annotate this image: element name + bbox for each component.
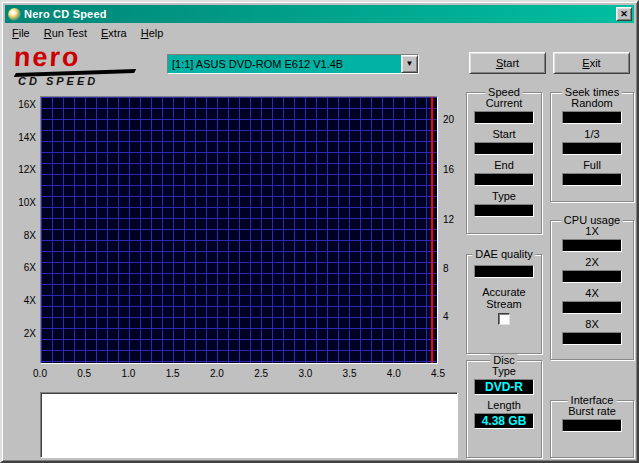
speed-end-display [474, 173, 534, 186]
speed-chart: 16X 14X 12X 10X 8X 6X 4X 2X 20 16 12 8 4… [40, 96, 438, 364]
exit-button[interactable]: Exit [553, 52, 630, 74]
burst-rate-display [562, 419, 622, 432]
cpu-4x-label: 4X [551, 287, 633, 299]
disc-length-display: 4.38 GB [474, 413, 534, 429]
cpu-1x-label: 1X [551, 225, 633, 237]
x-axis-tick: 3.5 [343, 368, 357, 379]
x-axis-tick: 1.0 [121, 368, 135, 379]
seek-times-panel: Seek times Random 1/3 Full [550, 92, 634, 202]
x-axis-tick: 0.5 [77, 368, 91, 379]
interface-panel-title: Interface [568, 394, 617, 406]
seek-random-label: Random [551, 97, 633, 109]
speed-end-label: End [467, 159, 541, 171]
menu-run-test[interactable]: Run Test [37, 25, 94, 41]
chevron-down-icon[interactable]: ▼ [401, 55, 418, 73]
x-axis-tick: 4.5 [431, 368, 445, 379]
y-axis-tick: 2X [6, 328, 36, 339]
menu-help[interactable]: Help [134, 25, 171, 41]
cpu-8x-label: 8X [551, 318, 633, 330]
x-axis-tick: 2.5 [254, 368, 268, 379]
x-axis-tick: 4.0 [387, 368, 401, 379]
seek-times-panel-title: Seek times [562, 86, 622, 98]
seek-random-display [562, 111, 622, 124]
app-window: Nero CD Speed ✕ File Run Test Extra Help… [0, 0, 639, 463]
speed-panel: Speed Current Start End Type [466, 92, 542, 234]
drive-select-value: [1:1] ASUS DVD-ROM E612 V1.4B [168, 55, 401, 73]
seek-full-label: Full [551, 159, 633, 171]
titlebar[interactable]: Nero CD Speed ✕ [5, 5, 634, 23]
accurate-stream-label: Accurate Stream [467, 286, 541, 310]
cpu-usage-panel-title: CPU usage [561, 214, 623, 226]
disc-panel-title: Disc [490, 354, 517, 366]
cpu-8x-display [562, 332, 622, 345]
speed-current-display [474, 111, 534, 124]
cpu-2x-label: 2X [551, 256, 633, 268]
y-axis-tick: 4X [6, 295, 36, 306]
x-axis-tick: 0.0 [33, 368, 47, 379]
chart-plot [40, 96, 438, 364]
accurate-stream-checkbox[interactable] [498, 313, 510, 325]
nero-logo-text: nero [13, 44, 81, 71]
window-title: Nero CD Speed [24, 8, 616, 20]
speed-start-display [474, 142, 534, 155]
x-axis-tick: 2.0 [210, 368, 224, 379]
speed-start-label: Start [467, 128, 541, 140]
speed-type-label: Type [467, 190, 541, 202]
log-textarea[interactable] [40, 392, 458, 458]
chart-cursor-line [431, 97, 433, 363]
dae-quality-display [474, 265, 534, 278]
seek-full-display [562, 173, 622, 186]
seek-third-display [562, 142, 622, 155]
right-axis-tick: 8 [443, 263, 463, 274]
drive-select[interactable]: [1:1] ASUS DVD-ROM E612 V1.4B ▼ [167, 54, 419, 74]
y-axis-tick: 14X [6, 132, 36, 143]
speed-current-label: Current [467, 97, 541, 109]
x-axis-tick: 3.0 [298, 368, 312, 379]
cpu-4x-display [562, 301, 622, 314]
nero-logo-subtext: CD SPEED [18, 76, 154, 87]
speed-panel-title: Speed [485, 86, 523, 98]
menu-file[interactable]: File [5, 25, 37, 41]
menubar: File Run Test Extra Help [5, 24, 634, 42]
speed-type-display [474, 204, 534, 217]
seek-third-label: 1/3 [551, 128, 633, 140]
y-axis-tick: 12X [6, 164, 36, 175]
interface-panel: Interface Burst rate [550, 400, 634, 458]
right-axis-tick: 20 [443, 114, 463, 125]
disc-type-display: DVD-R [474, 379, 534, 395]
y-axis-tick: 10X [6, 197, 36, 208]
right-axis-tick: 16 [443, 164, 463, 175]
dae-quality-panel: DAE quality Accurate Stream [466, 254, 542, 354]
start-button[interactable]: Start [469, 52, 546, 74]
cpu-usage-panel: CPU usage 1X 2X 4X 8X [550, 220, 634, 360]
disc-type-label: Type [467, 365, 541, 377]
close-button[interactable]: ✕ [616, 7, 632, 21]
app-icon [8, 8, 21, 21]
burst-rate-label: Burst rate [551, 405, 633, 417]
y-axis-tick: 16X [6, 99, 36, 110]
y-axis-tick: 8X [6, 230, 36, 241]
menu-extra[interactable]: Extra [94, 25, 134, 41]
right-axis-tick: 4 [443, 311, 463, 322]
x-axis-tick: 1.5 [166, 368, 180, 379]
nero-logo: nero CD SPEED [14, 44, 154, 84]
cpu-1x-display [562, 239, 622, 252]
disc-length-label: Length [467, 399, 541, 411]
y-axis-tick: 6X [6, 262, 36, 273]
right-axis-tick: 12 [443, 214, 463, 225]
dae-quality-panel-title: DAE quality [472, 248, 535, 260]
cpu-2x-display [562, 270, 622, 283]
disc-panel: Disc Type DVD-R Length 4.38 GB [466, 360, 542, 458]
